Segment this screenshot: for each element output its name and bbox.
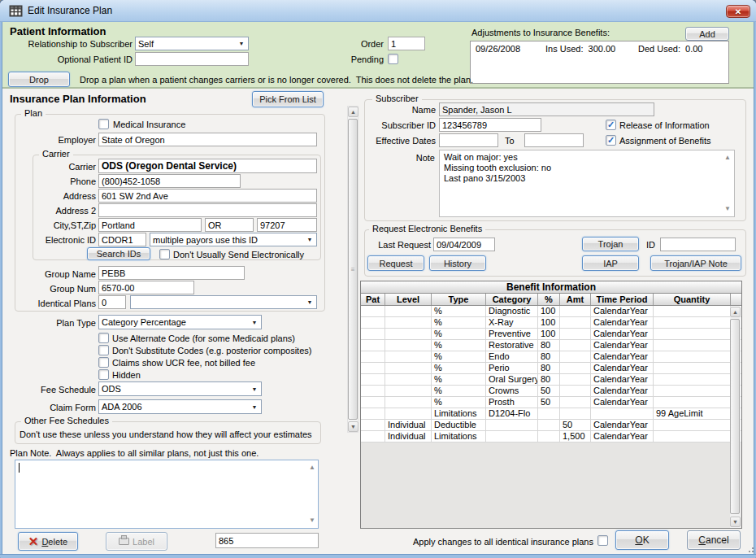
table-cell: X-Ray [486,317,538,328]
state-field[interactable]: OR [205,218,254,232]
label-button[interactable]: Label [106,532,167,551]
table-cell [560,340,591,351]
release-of-information-checkbox[interactable]: ✓ [606,120,616,130]
table-row[interactable]: %X-Ray100CalendarYear [361,317,741,329]
medical-insurance-checkbox[interactable] [98,119,109,129]
dont-send-electronically-checkbox[interactable] [159,249,170,259]
electronic-id-field[interactable]: CDOR1 [98,233,146,246]
benefit-table-scrollbar[interactable]: ▲ ▼ [730,307,741,528]
identical-plans-combo[interactable]: ▼ [130,295,317,309]
order-field[interactable]: 1 [388,37,425,50]
drop-button[interactable]: Drop [8,72,70,87]
scrollbar-thumb[interactable] [730,319,740,514]
table-row[interactable]: %Prosth50CalendarYear [361,397,741,408]
city-field[interactable]: Portland [98,218,202,232]
relationship-combo[interactable]: Self ▼ [135,37,249,50]
scroll-down-button[interactable]: ▼ [348,421,358,432]
carrier-field[interactable]: ODS (Oregon Dental Service) [98,159,317,173]
search-ids-button[interactable]: Search IDs [87,247,150,260]
history-button[interactable]: History [429,255,486,271]
optional-patient-id-field[interactable] [135,52,249,66]
column-header[interactable]: Time Period [591,294,654,305]
claim-form-combo[interactable]: ADA 2006 ▼ [98,399,262,414]
column-header[interactable]: Amt [560,294,591,305]
column-header[interactable]: Pat [361,294,385,305]
close-button[interactable]: ✕ [726,5,750,18]
plan-number-field[interactable]: 865 [215,533,319,548]
zip-field[interactable]: 97207 [257,218,317,232]
scroll-up-button[interactable]: ▲ [348,107,358,117]
iap-button[interactable]: IAP [582,255,639,271]
effective-to-field[interactable] [524,133,584,147]
add-button[interactable]: Add [685,27,729,41]
group-num-label: Group Num [8,284,96,294]
column-header[interactable]: Category [486,294,538,305]
claims-ucr-fee-checkbox[interactable] [98,357,109,368]
scrollbar-thumb[interactable]: ≡ [348,119,358,420]
scroll-down-button[interactable]: ▼ [730,517,741,527]
table-row[interactable]: IndividualDeductible50CalendarYear [361,420,741,431]
scroll-down-icon[interactable]: ▼ [309,517,315,524]
pick-from-list-button[interactable]: Pick From List [252,91,324,107]
address2-field[interactable] [98,203,317,217]
cancel-button[interactable]: Cancel [687,530,741,550]
scroll-down-icon[interactable]: ▼ [724,206,731,212]
claim-form-value: ADA 2006 [102,402,142,412]
table-cell [654,431,731,442]
column-header[interactable]: Level [385,294,432,305]
plan-note-textarea[interactable]: ▲ ▼ [15,460,319,529]
table-row[interactable]: %Diagnostic100CalendarYear [361,306,741,317]
hidden-checkbox[interactable] [98,369,109,380]
column-header[interactable]: Quantity [654,294,731,305]
identical-plans-field[interactable]: 0 [98,295,126,309]
phone-field[interactable]: (800)452-1058 [98,174,241,188]
effective-from-field[interactable] [439,133,498,147]
subscriber-note-box[interactable]: Wait on major: yes Missing tooth exclusi… [439,150,735,217]
table-cell: Endo [486,351,538,362]
trojan-button[interactable]: Trojan [582,237,639,251]
benefit-table-body: %Diagnostic100CalendarYear%X-Ray100Calen… [361,306,741,442]
use-alternate-code-label: Use Alternate Code (for some Medicaid pl… [112,333,295,344]
table-row[interactable]: %Restorative80CalendarYear [361,340,741,351]
column-header[interactable]: % [538,294,560,305]
pending-checkbox[interactable] [388,54,398,64]
table-cell [361,386,385,396]
table-row[interactable]: %Perio80CalendarYear [361,363,741,374]
table-row[interactable]: %Preventive100CalendarYear [361,329,741,340]
table-cell: 1,500 [560,431,591,442]
table-row[interactable]: IndividualLimitations1,500CalendarYear [361,431,741,442]
table-row[interactable]: %Crowns50CalendarYear [361,386,741,397]
group-name-field[interactable]: PEBB [98,266,245,280]
request-button[interactable]: Request [367,255,424,271]
table-cell [654,363,731,373]
plan-panel-scrollbar[interactable]: ▲ ≡ ▼ [347,106,358,433]
adjustments-listbox[interactable]: 09/26/2008 Ins Used: 300.00 Ded Used: 0.… [470,41,729,84]
table-row[interactable]: LimitationsD1204-Flo99 AgeLimit [361,408,741,420]
plan-type-combo[interactable]: Category Percentage ▼ [98,315,262,329]
column-header[interactable]: Type [432,294,486,305]
table-cell [654,374,731,385]
scroll-up-icon[interactable]: ▲ [309,464,315,471]
address-field[interactable]: 601 SW 2nd Ave [98,189,317,203]
trojan-id-field[interactable] [660,238,736,251]
assignment-of-benefits-checkbox[interactable]: ✓ [606,135,616,146]
apply-changes-checkbox[interactable] [597,535,608,546]
subscriber-id-field[interactable]: 123456789 [439,118,541,132]
last-request-field[interactable]: 09/04/2009 [433,238,495,251]
payor-id-combo[interactable]: multiple payors use this ID ▼ [150,233,317,246]
group-num-field[interactable]: 6570-00 [98,281,194,294]
ok-button[interactable]: OK [615,530,669,550]
use-alternate-code-checkbox[interactable] [98,333,109,343]
trojan-iap-note-button[interactable]: Trojan/IAP Note [650,255,741,271]
table-row[interactable]: %Endo80CalendarYear [361,351,741,363]
table-cell [385,329,432,339]
fee-schedule-combo[interactable]: ODS ▼ [98,381,262,396]
dont-substitute-codes-checkbox[interactable] [98,345,109,355]
scroll-up-icon[interactable]: ▲ [724,155,731,161]
delete-button[interactable]: ✕ Delete [18,532,78,551]
employer-field[interactable]: State of Oregon [98,133,317,146]
order-label: Order [350,39,384,50]
subscriber-name-field[interactable]: Spander, Jason L [439,102,654,116]
scroll-up-button[interactable]: ▲ [730,307,741,317]
table-row[interactable]: %Oral Surgery80CalendarYear [361,374,741,386]
